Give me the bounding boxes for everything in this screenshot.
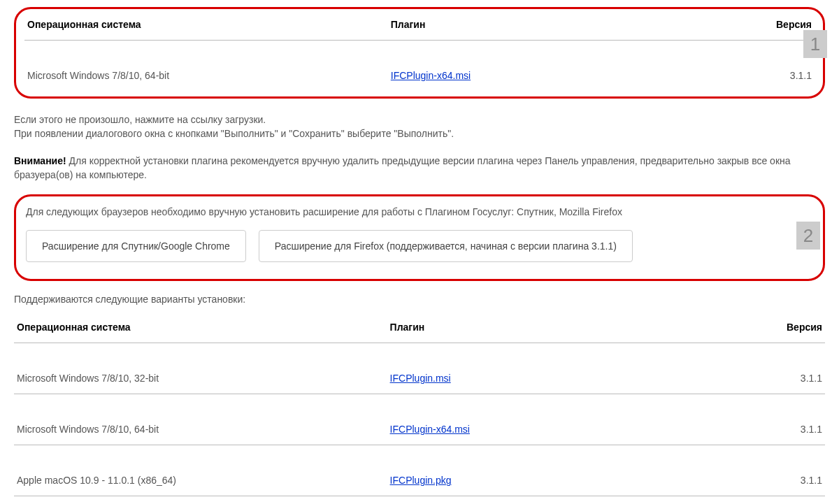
table-header-row: Операционная система Плагин Версия	[24, 15, 815, 41]
plugin-download-link[interactable]: IFCPlugin-x64.msi	[391, 70, 471, 81]
cell-version: 3.1.1	[712, 363, 825, 394]
cell-os: Apple macOS 10.9 - 11.0.1 (x86_64)	[14, 465, 387, 496]
table-row: Microsoft Windows 7/8/10, 64-bit IFCPlug…	[24, 60, 815, 91]
warning-block: Внимание! Для корректной установки плаги…	[14, 154, 825, 182]
header-os: Операционная система	[14, 317, 387, 343]
instruction-line-2: При появлении диалогового окна с кнопкам…	[14, 127, 825, 141]
plugin-table-1: Операционная система Плагин Версия Micro…	[24, 15, 815, 91]
header-version: Версия	[712, 317, 825, 343]
instruction-block: Если этого не произошло, нажмите на ссыл…	[14, 113, 825, 141]
annotation-marker-2: 2	[796, 222, 820, 250]
firefox-extension-button[interactable]: Расширение для Firefox (поддерживается, …	[259, 230, 633, 262]
annotation-marker-1: 1	[803, 30, 827, 58]
table-row: Apple macOS 10.9 - 11.0.1 (x86_64) IFCPl…	[14, 465, 825, 496]
cell-plugin: IFCPlugin-x64.msi	[387, 414, 712, 445]
table-row: Microsoft Windows 7/8/10, 64-bit IFCPlug…	[14, 414, 825, 445]
extension-buttons-row: Расширение для Спутник/Google Chrome Рас…	[26, 230, 813, 262]
cell-version: 3.1.1	[712, 465, 825, 496]
highlighted-section-1: 1 Операционная система Плагин Версия Mic…	[14, 7, 825, 99]
plugin-download-link[interactable]: IFCPlugin-x64.msi	[390, 424, 470, 435]
warning-text: Для корректной установки плагина рекомен…	[14, 155, 791, 180]
cell-os: Microsoft Windows 7/8/10, 64-bit	[14, 414, 387, 445]
header-version: Версия	[704, 15, 815, 41]
cell-os: Microsoft Windows 7/8/10, 64-bit	[24, 60, 388, 91]
highlighted-section-2: 2 Для следующих браузеров необходимо вру…	[14, 194, 825, 281]
supported-variants-heading: Поддерживаются следующие варианты устано…	[14, 294, 825, 305]
table-header-row: Операционная система Плагин Версия	[14, 317, 825, 343]
instruction-line-1: Если этого не произошло, нажмите на ссыл…	[14, 113, 825, 127]
header-plugin: Плагин	[387, 317, 712, 343]
cell-plugin: IFCPlugin.msi	[387, 363, 712, 394]
cell-os: Microsoft Windows 7/8/10, 32-bit	[14, 363, 387, 394]
plugin-table-2: Операционная система Плагин Версия Micro…	[14, 317, 825, 504]
cell-version: 3.1.1	[712, 414, 825, 445]
plugin-download-link[interactable]: IFCPlugin.msi	[390, 373, 451, 384]
header-os: Операционная система	[24, 15, 388, 41]
header-plugin: Плагин	[388, 15, 704, 41]
plugin-download-link[interactable]: IFCPlugin.pkg	[390, 475, 452, 486]
chrome-extension-button[interactable]: Расширение для Спутник/Google Chrome	[26, 230, 246, 262]
table-row: Microsoft Windows 7/8/10, 32-bit IFCPlug…	[14, 363, 825, 394]
extension-intro-text: Для следующих браузеров необходимо вручн…	[26, 205, 813, 219]
cell-version: 3.1.1	[704, 60, 815, 91]
cell-plugin: IFCPlugin-x64.msi	[388, 60, 704, 91]
cell-plugin: IFCPlugin.pkg	[387, 465, 712, 496]
warning-label: Внимание!	[14, 155, 66, 166]
